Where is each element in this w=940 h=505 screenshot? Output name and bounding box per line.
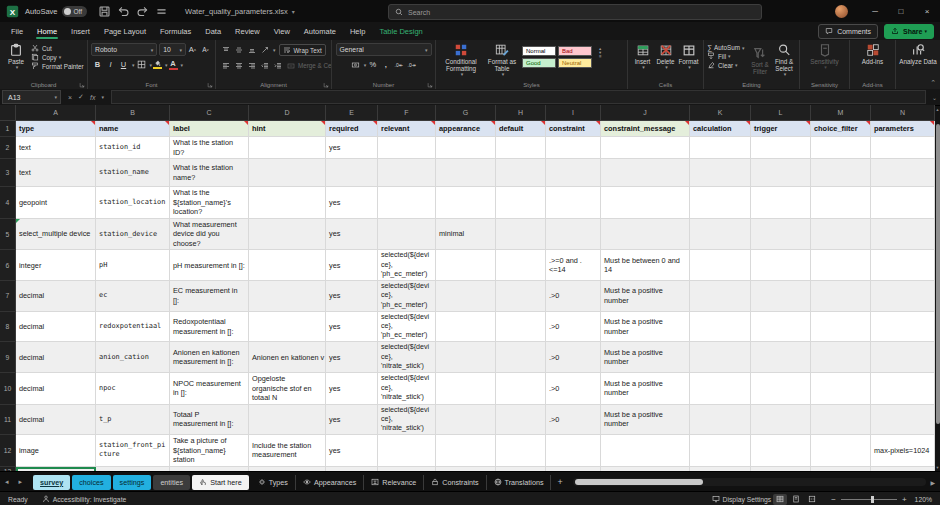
cell-J12[interactable] [601, 435, 690, 466]
decrease-font-button[interactable]: A˅ [200, 44, 211, 55]
menu-file[interactable]: File [4, 22, 30, 40]
cell-D1[interactable]: hint [249, 121, 326, 137]
cell-B10[interactable]: npoc [96, 373, 170, 404]
collapse-ribbon-button[interactable]: ⌃ [930, 79, 936, 87]
increase-decimal-button[interactable]: .0↞ [393, 59, 404, 70]
cell-G2[interactable] [436, 137, 496, 159]
cell-E4[interactable]: yes [326, 187, 378, 219]
row-header-7[interactable]: 7 [0, 281, 16, 312]
menu-help[interactable]: Help [343, 22, 372, 40]
cell-A10[interactable]: decimal [16, 373, 96, 404]
scroll-down-arrow[interactable]: ▼ [935, 465, 940, 470]
minimize-button[interactable]: ─ [862, 0, 888, 22]
cell-F6[interactable]: selected(${device}, 'ph_ec_meter') [378, 250, 436, 281]
cell-G7[interactable] [436, 281, 496, 312]
orientation-button[interactable] [259, 45, 270, 56]
cell-E3[interactable] [326, 159, 378, 187]
cell-M1[interactable]: choice_filter [811, 121, 871, 137]
cell-K4[interactable] [690, 187, 751, 219]
cell-M11[interactable] [811, 405, 871, 436]
cell-D10[interactable]: Opgeloste organische stof en totaal N [249, 373, 326, 404]
cell-F2[interactable] [378, 137, 436, 159]
row-header-8[interactable]: 8 [0, 312, 16, 343]
zoom-slider-knob[interactable] [871, 496, 874, 503]
cell-A3[interactable]: text [16, 159, 96, 187]
cell-F9[interactable]: selected(${device}, 'nitrate_stick') [378, 342, 436, 373]
cell-N2[interactable] [871, 137, 935, 159]
menu-view[interactable]: View [267, 22, 297, 40]
cell-A2[interactable]: text [16, 137, 96, 159]
display-settings-button[interactable]: Display Settings [712, 495, 772, 503]
cell-I1[interactable]: constraint [546, 121, 601, 137]
cell-C11[interactable]: Totaal P measurement in []: [170, 405, 249, 436]
cell-E1[interactable]: required [326, 121, 378, 137]
align-middle-button[interactable] [233, 45, 244, 56]
cell-M2[interactable] [811, 137, 871, 159]
cell-F3[interactable] [378, 159, 436, 187]
font-dialog-launcher[interactable] [207, 82, 213, 88]
menu-insert[interactable]: Insert [64, 22, 97, 40]
col-header-G[interactable]: G [436, 105, 496, 121]
cell-L8[interactable] [751, 312, 811, 343]
close-button[interactable]: × [914, 0, 940, 22]
cancel-formula-button[interactable]: × [68, 94, 72, 101]
col-header-K[interactable]: K [690, 105, 751, 121]
col-header-D[interactable]: D [249, 105, 326, 121]
accessibility-status[interactable]: Accessibility: Investigate [42, 495, 127, 503]
autosum-button[interactable]: ∑AutoSum▾ [707, 44, 748, 51]
fill-button[interactable]: Fill▾ [707, 52, 748, 60]
number-dialog-launcher[interactable] [427, 82, 433, 88]
row-header-3[interactable]: 3 [0, 159, 16, 187]
cell-N9[interactable] [871, 342, 935, 373]
cell-D2[interactable] [249, 137, 326, 159]
col-header-I[interactable]: I [546, 105, 601, 121]
cell-M6[interactable] [811, 250, 871, 281]
cell-L5[interactable] [751, 219, 811, 250]
cut-button[interactable]: Cut [31, 44, 84, 52]
cell-L4[interactable] [751, 187, 811, 219]
cell-E10[interactable]: yes [326, 373, 378, 404]
insert-cells-button[interactable]: Insert▾ [631, 43, 654, 71]
autosave-toggle[interactable]: Off [62, 6, 88, 17]
cell-F10[interactable]: selected(${device}, 'nitrate_stick') [378, 373, 436, 404]
cell-G6[interactable] [436, 250, 496, 281]
cell-D8[interactable] [249, 312, 326, 343]
merge-center-button[interactable]: Merge & Center▾ [287, 62, 332, 70]
formula-input[interactable] [111, 90, 926, 104]
cell-style-normal[interactable]: Normal [522, 46, 556, 56]
cell-G3[interactable] [436, 159, 496, 187]
comma-style-button[interactable]: , [380, 59, 391, 70]
cell-M9[interactable] [811, 342, 871, 373]
row-header-10[interactable]: 10 [0, 373, 16, 404]
cell-L7[interactable] [751, 281, 811, 312]
scroll-up-arrow[interactable]: ▲ [935, 107, 940, 112]
cell-H1[interactable]: default [496, 121, 546, 137]
cell-C7[interactable]: EC measurement in []: [170, 281, 249, 312]
expand-formula-bar-button[interactable]: ⌄ [932, 94, 937, 101]
format-cells-button[interactable]: Format▾ [677, 43, 700, 71]
col-header-F[interactable]: F [378, 105, 436, 121]
col-header-J[interactable]: J [601, 105, 690, 121]
cell-H6[interactable] [496, 250, 546, 281]
row-header-4[interactable]: 4 [0, 187, 16, 219]
increase-indent-button[interactable] [272, 60, 283, 71]
cell-E8[interactable]: yes [326, 312, 378, 343]
cell-I8[interactable]: .>0 [546, 312, 601, 343]
cell-L3[interactable] [751, 159, 811, 187]
row-header-1[interactable]: 1 [0, 121, 16, 137]
cell-H9[interactable] [496, 342, 546, 373]
account-avatar[interactable] [835, 5, 848, 18]
cell-N12[interactable]: max-pixels=1024 [871, 435, 935, 466]
cell-D11[interactable] [249, 405, 326, 436]
font-size-select[interactable]: 10▾ [159, 43, 186, 56]
find-select-button[interactable]: Find & Select▾ [772, 43, 796, 78]
menu-page-layout[interactable]: Page Layout [97, 22, 153, 40]
cell-E5[interactable]: yes [326, 219, 378, 250]
row-header-2[interactable]: 2 [0, 137, 16, 159]
cell-I4[interactable] [546, 187, 601, 219]
cell-D7[interactable] [249, 281, 326, 312]
cell-B6[interactable]: pH [96, 250, 170, 281]
cell-I10[interactable]: .>0 [546, 373, 601, 404]
cell-C6[interactable]: pH measurement in []: [170, 250, 249, 281]
font-color-button[interactable]: A [169, 60, 178, 70]
